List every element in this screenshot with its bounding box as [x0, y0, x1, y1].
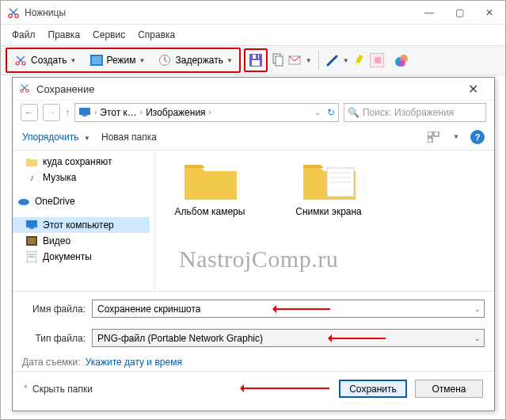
svg-rect-33 — [428, 132, 432, 136]
folder-icon — [181, 158, 238, 203]
scissors-icon — [19, 82, 32, 95]
highlighted-toolbar-group: Создать ▼ Режим ▼ Задержать ▼ — [6, 48, 241, 73]
svg-point-26 — [399, 60, 405, 67]
dialog-title: Сохранение — [36, 83, 458, 95]
nav-up-button[interactable]: ↑ — [65, 107, 70, 118]
svg-point-27 — [21, 90, 24, 93]
chevron-down-icon[interactable]: ⌄ — [474, 305, 481, 313]
chevron-down-icon: ▼ — [139, 57, 146, 64]
svg-rect-23 — [375, 57, 381, 63]
help-icon[interactable]: ? — [470, 130, 485, 144]
chevron-down-icon[interactable]: ▼ — [306, 57, 312, 64]
video-icon — [25, 235, 38, 247]
annotation-arrow — [242, 388, 329, 389]
folder-content[interactable]: Альбом камеры Снимки экрана NastrojComp.… — [155, 151, 494, 291]
svg-rect-40 — [28, 238, 36, 244]
view-icon[interactable] — [426, 129, 442, 145]
chevron-down-icon[interactable]: ▼ — [343, 57, 349, 64]
tree-item[interactable]: ♪Музыка — [25, 170, 150, 185]
dialog-close-button[interactable]: ✕ — [458, 82, 488, 97]
tree-item[interactable]: OneDrive — [17, 193, 150, 209]
svg-rect-16 — [256, 55, 258, 59]
svg-point-5 — [22, 62, 25, 65]
menu-help[interactable]: Справка — [133, 28, 180, 42]
cancel-button[interactable]: Отмена — [415, 380, 483, 398]
date-label: Дата съемки: — [22, 357, 81, 368]
window-title: Ножницы — [25, 7, 420, 18]
chevron-down-icon[interactable]: ▼ — [453, 133, 459, 140]
date-value[interactable]: Укажите дату и время — [86, 357, 182, 368]
chevron-down-icon[interactable]: ⌄ — [314, 108, 321, 116]
menu-service[interactable]: Сервис — [88, 28, 130, 42]
svg-rect-14 — [252, 60, 260, 66]
menu-file[interactable]: Файл — [7, 28, 40, 42]
address-bar[interactable]: › Этот к… › Изображения › ⌄ ↻ — [74, 103, 339, 122]
monitor-icon — [25, 219, 38, 231]
organize-button[interactable]: Упорядочить ▼ — [22, 132, 90, 143]
rectangle-icon — [89, 53, 104, 67]
monitor-icon — [78, 106, 91, 119]
highlighted-save-group — [244, 48, 268, 72]
svg-rect-37 — [26, 220, 37, 227]
chevron-right-icon: › — [209, 108, 211, 116]
eraser-icon[interactable] — [370, 53, 384, 67]
save-dialog: Сохранение ✕ ← → ↑ › Этот к… › Изображен… — [12, 77, 495, 411]
svg-rect-22 — [355, 63, 360, 65]
filename-label: Имя файла: — [22, 304, 92, 315]
nav-back-button[interactable]: ← — [21, 104, 38, 121]
mail-icon[interactable] — [288, 53, 302, 67]
search-input[interactable]: 🔍 Поиск: Изображения — [344, 103, 486, 122]
folder-icon — [25, 155, 38, 168]
close-button[interactable]: ✕ — [480, 7, 499, 18]
tree-item[interactable]: Документы — [25, 249, 150, 265]
svg-rect-9 — [92, 56, 101, 64]
refresh-icon[interactable]: ↻ — [327, 107, 335, 118]
search-placeholder: Поиск: Изображения — [363, 107, 454, 118]
svg-rect-35 — [428, 138, 432, 143]
save-button[interactable]: Сохранить — [339, 380, 407, 398]
copy-icon[interactable] — [271, 53, 285, 67]
maximize-button[interactable]: ▢ — [450, 7, 469, 18]
scissors-icon — [7, 6, 20, 19]
search-icon: 🔍 — [348, 107, 360, 118]
chevron-up-icon[interactable]: ˄ — [24, 384, 28, 393]
create-label: Создать — [31, 55, 67, 66]
delay-button[interactable]: Задержать ▼ — [153, 51, 237, 70]
mode-button[interactable]: Режим ▼ — [85, 51, 150, 70]
svg-point-4 — [16, 62, 19, 65]
filename-input[interactable]: Сохранение скриншота ⌄ — [92, 300, 485, 318]
docs-icon — [25, 250, 38, 263]
music-icon: ♪ — [25, 171, 38, 184]
save-icon[interactable] — [249, 53, 263, 67]
breadcrumb-seg[interactable]: Изображения — [146, 107, 205, 118]
tree-item-thispc[interactable]: Этот компьютер — [13, 217, 150, 233]
mode-label: Режим — [107, 55, 136, 66]
tree-item[interactable]: Видео — [25, 233, 150, 249]
pen-icon[interactable] — [325, 53, 340, 67]
chevron-down-icon: ▼ — [226, 57, 233, 64]
create-button[interactable]: Создать ▼ — [9, 51, 82, 70]
svg-rect-21 — [356, 55, 363, 63]
paint3d-icon[interactable] — [394, 53, 408, 67]
chevron-down-icon[interactable]: ⌄ — [474, 334, 481, 342]
breadcrumb-seg[interactable]: Этот к… — [100, 107, 136, 118]
folder-item[interactable]: Альбом камеры — [166, 158, 253, 217]
nav-forward-button[interactable]: → — [43, 104, 60, 121]
delay-label: Задержать — [175, 55, 223, 66]
chevron-down-icon: ▼ — [70, 57, 77, 64]
svg-rect-32 — [82, 115, 87, 116]
menu-edit[interactable]: Правка — [44, 28, 86, 42]
highlighter-icon[interactable] — [352, 53, 367, 67]
folder-item[interactable]: Снимки экрана — [285, 158, 372, 217]
filetype-select[interactable]: PNG-файл (Portable Network Graphic) ⌄ — [92, 329, 485, 347]
clock-icon — [158, 53, 172, 67]
new-folder-button[interactable]: Новая папка — [101, 132, 157, 143]
filetype-label: Тип файла: — [22, 333, 92, 344]
tree-item[interactable]: куда сохраняют — [25, 154, 150, 170]
minimize-button[interactable]: — — [420, 7, 439, 18]
svg-point-28 — [26, 90, 29, 93]
svg-rect-34 — [434, 132, 439, 136]
folder-thumb-icon — [300, 158, 357, 203]
chevron-right-icon: › — [94, 108, 97, 116]
folder-tree[interactable]: куда сохраняют ♪Музыка OneDrive Этот ком… — [13, 151, 155, 291]
